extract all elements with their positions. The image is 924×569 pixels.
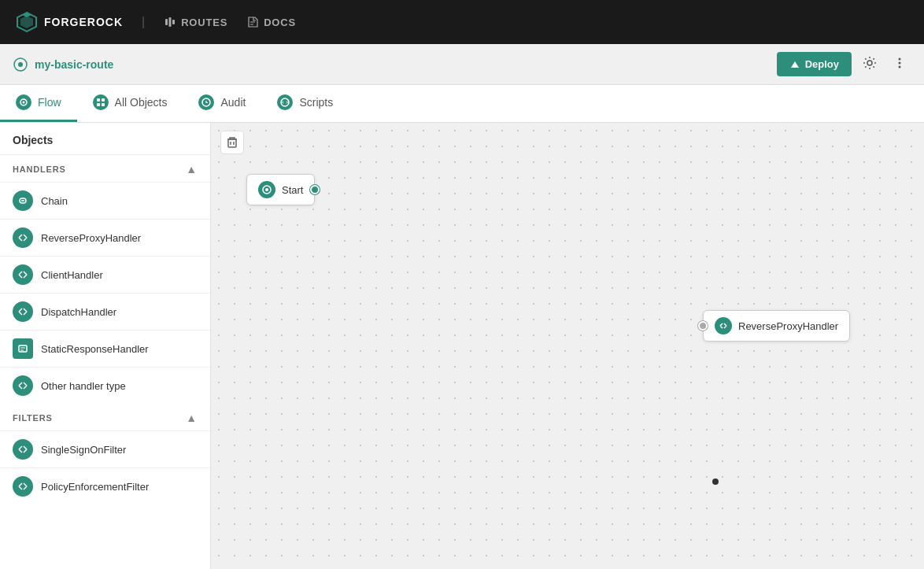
svg-rect-18: [97, 103, 100, 106]
handlers-collapse-toggle[interactable]: ▲: [186, 163, 198, 176]
reverse-proxy-handler-node[interactable]: ReverseProxyHandler: [703, 310, 850, 342]
other-handler-type-icon: [13, 375, 33, 396]
route-name: my-basic-route: [35, 58, 113, 71]
svg-marker-2: [22, 13, 31, 17]
start-node-right-connector[interactable]: [310, 185, 320, 194]
svg-point-11: [899, 57, 901, 60]
top-navigation: FORGEROCK | ROUTES DOCS: [0, 0, 924, 44]
breadcrumb-actions: Deploy: [777, 51, 911, 78]
svg-rect-5: [172, 20, 175, 24]
sidebar-item-client-handler[interactable]: ClientHandler: [0, 256, 210, 293]
scripts-tab-icon: [277, 94, 293, 110]
canvas[interactable]: Start ReverseProxyHandler: [211, 123, 924, 569]
handlers-section: HANDLERS ▲ Chain ReversePro: [0, 155, 210, 404]
start-node-icon: [258, 181, 275, 198]
svg-rect-4: [169, 17, 172, 27]
reverse-proxy-handler-node-icon: [715, 317, 732, 334]
delete-icon: [226, 136, 238, 149]
filters-section-header: FILTERS ▲: [0, 404, 210, 430]
start-node[interactable]: Start: [246, 174, 315, 205]
more-icon: [893, 56, 907, 70]
chain-icon: [13, 190, 33, 211]
routes-icon: [164, 16, 176, 28]
policy-enforcement-filter-label: PolicyEnforcementFilter: [41, 481, 149, 493]
filters-collapse-toggle[interactable]: ▲: [186, 412, 198, 424]
sidebar-item-static-response-handler[interactable]: StaticResponseHandler: [0, 330, 210, 367]
reverse-proxy-handler-label: ReverseProxyHandler: [41, 232, 141, 244]
canvas-toolbar: [220, 131, 244, 154]
dispatch-handler-label: DispatchHandler: [41, 306, 116, 318]
brand-name: FORGEROCK: [44, 16, 123, 28]
breadcrumb-bar: my-basic-route Deploy: [0, 44, 924, 85]
svg-point-10: [867, 61, 872, 65]
svg-point-12: [899, 61, 901, 64]
tab-audit-label: Audit: [220, 96, 246, 109]
settings-icon: [863, 56, 877, 70]
dispatch-handler-icon: [13, 301, 33, 322]
sidebar-item-single-sign-on-filter[interactable]: SingleSignOnFilter: [0, 430, 210, 467]
other-handler-type-label: Other handler type: [41, 380, 126, 392]
client-handler-label: ClientHandler: [41, 269, 103, 281]
routes-nav-item[interactable]: ROUTES: [164, 16, 227, 28]
chain-label: Chain: [41, 195, 68, 207]
svg-marker-1: [20, 16, 33, 28]
deploy-icon: [789, 59, 800, 70]
tab-bar: Flow All Objects Audit: [0, 85, 924, 123]
svg-point-9: [18, 62, 23, 67]
filters-section: FILTERS ▲ SingleSignOnFilter PolicyEnfor: [0, 404, 210, 504]
svg-rect-26: [228, 139, 236, 147]
delete-button[interactable]: [220, 131, 244, 154]
tab-all-objects-label: All Objects: [115, 96, 168, 109]
handlers-label: HANDLERS: [13, 164, 66, 174]
sidebar-item-policy-enforcement-filter[interactable]: PolicyEnforcementFilter: [0, 467, 210, 504]
route-icon: [13, 57, 28, 72]
svg-point-30: [265, 188, 268, 191]
docs-icon: [246, 16, 259, 28]
audit-tab-icon: [198, 94, 214, 110]
start-node-label: Start: [282, 184, 303, 196]
tab-flow[interactable]: Flow: [0, 85, 77, 122]
svg-point-15: [23, 102, 25, 104]
reverse-proxy-handler-left-connector[interactable]: [698, 321, 708, 331]
deploy-button[interactable]: Deploy: [777, 52, 852, 76]
static-response-handler-label: StaticResponseHandler: [41, 343, 149, 355]
reverse-proxy-handler-node-label: ReverseProxyHandler: [738, 320, 838, 332]
svg-rect-19: [102, 103, 105, 106]
main-layout: Objects HANDLERS ▲ Chain: [0, 123, 924, 569]
svg-rect-16: [97, 98, 100, 102]
forgerock-logo-icon: [16, 11, 38, 33]
sidebar: Objects HANDLERS ▲ Chain: [0, 123, 211, 569]
svg-rect-23: [19, 345, 27, 352]
svg-rect-17: [102, 98, 105, 102]
svg-rect-3: [165, 19, 168, 25]
flow-tab-icon: [16, 94, 31, 110]
sidebar-item-other-handler-type[interactable]: Other handler type: [0, 367, 210, 404]
static-response-handler-icon: [13, 338, 33, 359]
reverse-proxy-handler-icon: [13, 227, 33, 248]
svg-point-13: [899, 65, 901, 68]
tab-audit[interactable]: Audit: [183, 85, 261, 122]
single-sign-on-filter-label: SingleSignOnFilter: [41, 444, 126, 456]
tab-all-objects[interactable]: All Objects: [77, 85, 183, 122]
tab-scripts[interactable]: Scripts: [261, 85, 349, 122]
sidebar-item-reverse-proxy-handler[interactable]: ReverseProxyHandler: [0, 219, 210, 256]
forgerock-logo: FORGEROCK: [16, 11, 123, 33]
single-sign-on-filter-icon: [13, 439, 33, 460]
nav-divider: |: [142, 15, 145, 29]
all-objects-tab-icon: [93, 94, 109, 110]
tab-flow-label: Flow: [38, 96, 61, 109]
client-handler-icon: [13, 264, 33, 285]
sidebar-title: Objects: [0, 123, 210, 155]
tab-scripts-label: Scripts: [299, 96, 333, 109]
sidebar-item-chain[interactable]: Chain: [0, 182, 210, 219]
handlers-section-header: HANDLERS ▲: [0, 155, 210, 182]
policy-enforcement-filter-icon: [13, 476, 33, 497]
sidebar-item-dispatch-handler[interactable]: DispatchHandler: [0, 293, 210, 330]
docs-nav-item[interactable]: DOCS: [246, 16, 296, 28]
cursor: [712, 478, 719, 485]
breadcrumb: my-basic-route: [13, 57, 113, 72]
more-options-button[interactable]: [888, 51, 911, 78]
settings-button[interactable]: [858, 51, 881, 78]
filters-label: FILTERS: [13, 413, 53, 423]
